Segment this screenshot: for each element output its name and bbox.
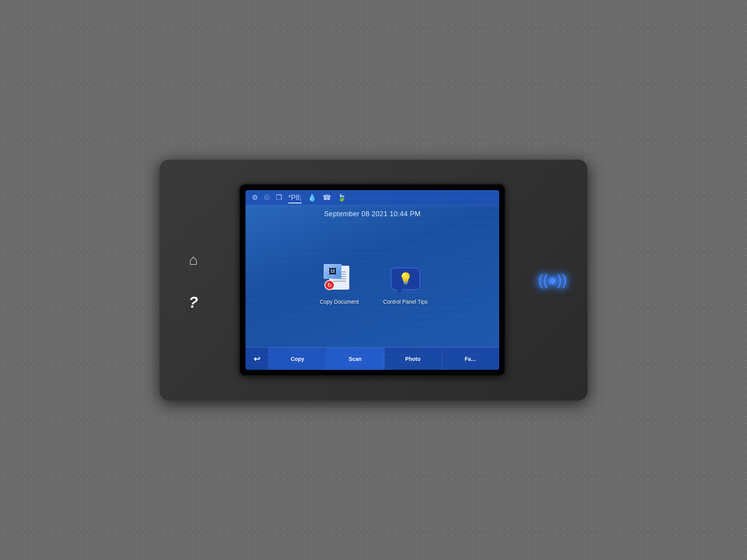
back-arrow-icon: ↩ [254,354,260,364]
nav-back-button[interactable]: ↩ [245,348,269,370]
control-panel-tips-label: Control Panel Tips [383,298,428,305]
home-icon: ⌂ [189,252,198,267]
copy-document-app[interactable]: ↻ Copy Document [314,263,365,305]
copy-document-label: Copy Document [320,298,359,305]
wifi-glow-icon: ((●)) [538,272,567,289]
nav-scan-button[interactable]: Scan [326,348,384,370]
help-button[interactable]: ? [185,294,202,311]
printer-panel: ⌂ ? ⚙ ⦾ ❐ *P8; 💧 ☎ 🍃 September 08 2021 1… [160,159,587,401]
nav-copy-label: Copy [291,356,304,362]
nav-photo-button[interactable]: Photo [384,348,442,370]
control-panel-tips-app[interactable]: 💡 Control Panel Tips [380,263,431,305]
copy-document-icon: ↻ [322,263,357,294]
nav-photo-label: Photo [405,356,421,362]
right-controls: ((●)) [541,268,564,292]
copy-doc-graphic: ↻ [324,264,355,293]
left-controls: ⌂ ? [183,249,204,311]
chat-bubble-icon: 💡 [391,268,420,290]
nav-copy-button[interactable]: Copy [269,348,326,370]
copy-pages-icon[interactable]: ❐ [276,193,282,202]
doc-front-image [324,264,342,279]
display-screen: ⚙ ⦾ ❐ *P8; 💧 ☎ 🍃 September 08 2021 10:44… [245,190,499,370]
print-icon[interactable]: *P8; [288,194,302,202]
nav-fax-label: Fa… [465,356,476,362]
tips-icon-container: 💡 [388,263,423,294]
app-grid: ↻ Copy Document 💡 Control Panel T [245,221,499,347]
nav-scan-label: Scan [349,356,361,362]
eco-icon[interactable]: 🍃 [337,193,346,202]
bottom-navigation: ↩ Copy Scan Photo Fa… [245,347,499,370]
home-button[interactable]: ⌂ [183,249,204,270]
tips-graphic: 💡 [390,264,421,293]
phone-icon[interactable]: ☎ [323,193,331,202]
datetime-display: September 08 2021 10:44 PM [245,205,499,221]
lightbulb-icon: 💡 [398,272,413,285]
wifi-status-icon[interactable]: ⦾ [264,194,270,202]
wifi-indicator[interactable]: ((●)) [541,268,564,292]
screen-bezel: ⚙ ⦾ ❐ *P8; 💧 ☎ 🍃 September 08 2021 10:44… [240,185,505,375]
nav-fax-button[interactable]: Fa… [442,348,499,370]
help-icon: ? [189,294,198,310]
ink-icon[interactable]: 💧 [308,193,316,202]
settings-icon[interactable]: ⚙ [252,193,258,202]
status-bar: ⚙ ⦾ ❐ *P8; 💧 ☎ 🍃 [245,190,499,205]
